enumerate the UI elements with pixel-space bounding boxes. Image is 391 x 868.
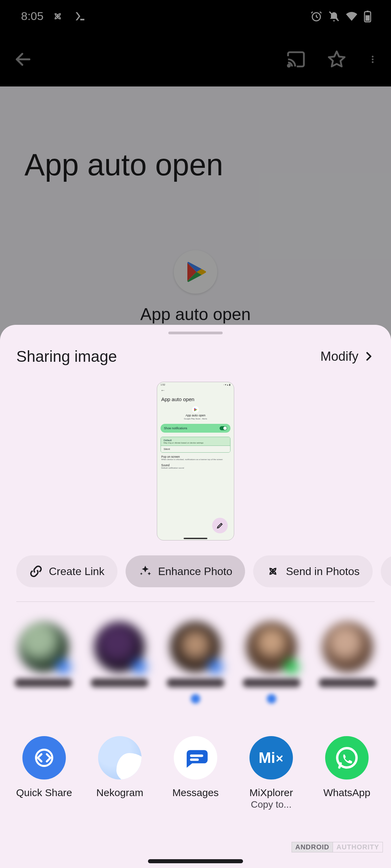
direct-share-target[interactable] xyxy=(162,622,229,704)
send-in-photos-chip[interactable]: Send in Photos xyxy=(253,555,372,587)
mixplorer-icon: Mi✕ xyxy=(249,736,293,780)
nekogram-icon xyxy=(98,736,142,780)
mini-switch-on-icon xyxy=(220,426,227,430)
back-arrow-icon[interactable] xyxy=(14,50,33,69)
direct-share-target[interactable] xyxy=(238,622,305,704)
cast-icon[interactable] xyxy=(286,50,305,69)
status-time: 8:05 xyxy=(21,9,43,23)
whatsapp-icon xyxy=(325,736,369,780)
gesture-bar[interactable] xyxy=(148,859,243,863)
svg-rect-11 xyxy=(190,754,203,757)
direct-share-target[interactable] xyxy=(86,622,153,704)
nekogram-target[interactable]: Nekogram xyxy=(83,736,156,810)
sparkle-icon xyxy=(138,565,152,578)
share-sheet: Sharing image Modify 1:52◦ ▾ ▴ ▮ ← App a… xyxy=(0,325,391,868)
wifi-icon xyxy=(346,10,358,22)
watermark: ANDROID AUTHORITY xyxy=(292,842,383,852)
play-store-icon xyxy=(174,250,217,294)
mini-title: App auto open xyxy=(157,393,234,405)
mini-play-icon xyxy=(192,406,199,413)
terminal-prompt-icon xyxy=(72,10,88,22)
drag-handle[interactable] xyxy=(168,332,223,334)
svg-rect-4 xyxy=(366,15,370,21)
svg-point-8 xyxy=(372,58,373,60)
modify-label: Modify xyxy=(320,349,358,364)
svg-point-6 xyxy=(288,65,290,67)
svg-rect-0 xyxy=(80,19,85,20)
svg-rect-12 xyxy=(190,758,199,761)
direct-share-target[interactable] xyxy=(314,622,381,704)
whatsapp-target[interactable]: WhatsApp xyxy=(310,736,384,810)
page-title: App auto open xyxy=(0,86,391,182)
photos-pinwheel-icon xyxy=(52,10,64,22)
sheet-title: Sharing image xyxy=(16,347,117,366)
create-link-chip[interactable]: Create Link xyxy=(16,555,117,587)
messages-icon xyxy=(174,736,217,780)
link-icon xyxy=(29,565,43,578)
share-preview-thumbnail[interactable]: 1:52◦ ▾ ▴ ▮ ← App auto open App auto ope… xyxy=(157,382,234,540)
mini-edit-fab xyxy=(212,518,228,533)
svg-point-7 xyxy=(372,56,373,57)
svg-rect-5 xyxy=(367,11,369,12)
more-vert-icon[interactable] xyxy=(368,50,377,69)
modify-button[interactable]: Modify xyxy=(320,349,375,364)
quick-share-target[interactable]: Quick Share xyxy=(7,736,81,810)
alarm-icon xyxy=(310,10,322,22)
action-chip-row: Create Link Enhance Photo Send in Photos… xyxy=(0,553,391,597)
app-header xyxy=(0,32,391,86)
chevron-right-icon xyxy=(362,350,375,362)
add-chip[interactable]: A xyxy=(381,555,391,587)
messages-target[interactable]: Messages xyxy=(159,736,232,810)
photos-pinwheel-icon xyxy=(266,565,280,578)
enhance-photo-chip[interactable]: Enhance Photo xyxy=(126,555,245,587)
app-name: App auto open xyxy=(140,304,250,324)
star-outline-icon[interactable] xyxy=(327,50,346,69)
status-bar: 8:05 xyxy=(0,0,391,32)
app-share-row: Quick Share Nekogram Messages Mi✕ MiXplo… xyxy=(0,710,391,810)
mini-show-notifications-toggle: Show notifications xyxy=(161,424,230,433)
mute-icon xyxy=(328,10,340,22)
battery-icon xyxy=(363,10,372,22)
mixplorer-target[interactable]: Mi✕ MiXplorer Copy to... xyxy=(235,736,308,810)
direct-share-target[interactable] xyxy=(10,622,77,704)
direct-share-row xyxy=(0,602,391,710)
svg-point-9 xyxy=(372,61,373,63)
quick-share-icon xyxy=(22,736,66,780)
